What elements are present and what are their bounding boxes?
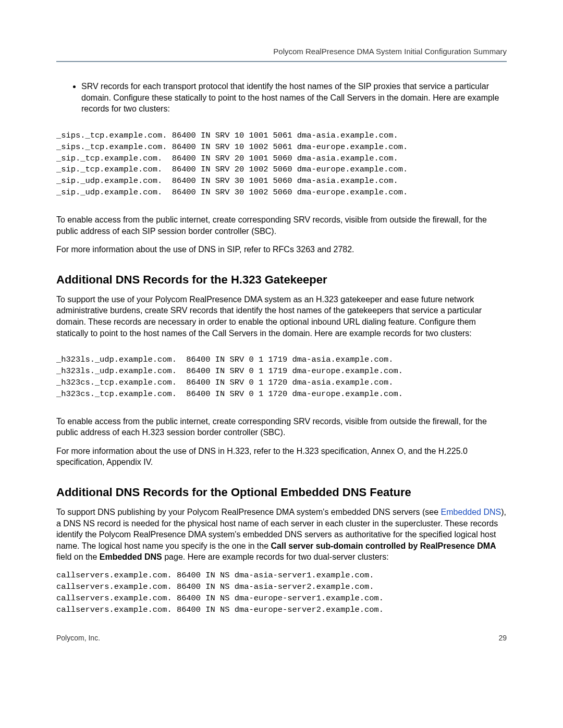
paragraph-sip-rfc: For more information about the use of DN… (56, 244, 507, 255)
page-container: Polycom RealPresence DMA System Initial … (0, 0, 563, 673)
bold-call-server-subdomain: Call server sub-domain controlled by Rea… (271, 541, 496, 550)
bold-embedded-dns-page: Embedded DNS (100, 552, 162, 561)
header-title: Polycom RealPresence DMA System Initial … (273, 47, 507, 56)
paragraph-sip-access: To enable access from the public interne… (56, 214, 507, 237)
text-embedded-pre-link: To support DNS publishing by your Polyco… (56, 508, 441, 516)
code-block-h323-srv: _h323ls._udp.example.com. 86400 IN SRV 0… (56, 354, 507, 400)
paragraph-embedded-intro: To support DNS publishing by your Polyco… (56, 507, 507, 563)
paragraph-h323-access: To enable access from the public interne… (56, 416, 507, 438)
footer-page-number: 29 (498, 634, 507, 642)
text-embedded-mid: field on the (56, 552, 100, 561)
paragraph-h323-spec: For more information about the use of DN… (56, 446, 507, 468)
code-block-ns-records: callservers.example.com. 86400 IN NS dma… (56, 570, 507, 616)
page-footer: Polycom, Inc. 29 (56, 634, 507, 642)
page-header: Polycom RealPresence DMA System Initial … (56, 47, 507, 62)
link-embedded-dns[interactable]: Embedded DNS (441, 508, 501, 516)
code-block-sip-srv: _sips._tcp.example.com. 86400 IN SRV 10 … (56, 130, 507, 199)
paragraph-h323-intro: To support the use of your Polycom RealP… (56, 294, 507, 339)
bullet-item: SRV records for each transport protocol … (81, 81, 507, 115)
footer-company: Polycom, Inc. (56, 634, 100, 642)
heading-h323: Additional DNS Records for the H.323 Gat… (56, 273, 507, 287)
heading-embedded-dns: Additional DNS Records for the Optional … (56, 486, 507, 499)
bullet-list: SRV records for each transport protocol … (56, 81, 507, 115)
text-embedded-post-2: page. Here are example records for two d… (162, 552, 389, 561)
